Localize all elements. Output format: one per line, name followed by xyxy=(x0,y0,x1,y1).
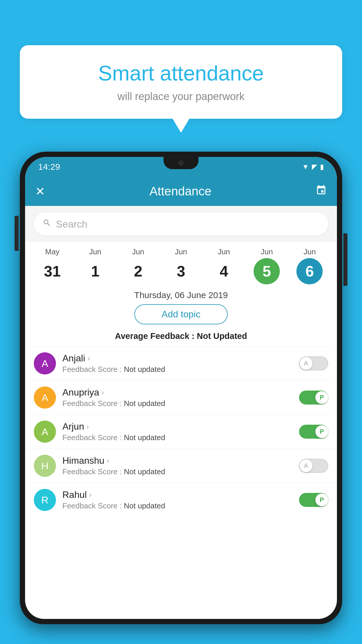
student-feedback: Feedback Score : Not updated xyxy=(62,365,293,374)
calendar-icon[interactable] xyxy=(316,185,327,198)
date-number: 2 xyxy=(125,258,151,284)
avatar: A xyxy=(34,386,56,409)
chevron-right-icon: › xyxy=(101,388,104,397)
student-feedback: Feedback Score : Not updated xyxy=(62,399,293,408)
date-month: Jun xyxy=(89,247,101,256)
date-month: Jun xyxy=(132,247,144,256)
feedback-value: Not updated xyxy=(124,501,165,510)
student-name: Anjali › xyxy=(62,353,293,364)
student-info: Himanshu ›Feedback Score : Not updated xyxy=(62,455,293,476)
student-item-4[interactable]: RRahul ›Feedback Score : Not updatedP xyxy=(25,483,337,517)
student-name: Himanshu › xyxy=(62,455,293,466)
phone-outer: 14:29 ▼ ◤ ▮ ✕ Attendance xyxy=(20,152,342,624)
date-number: 4 xyxy=(211,258,237,284)
date-cell-1[interactable]: Jun1 xyxy=(78,247,113,284)
wifi-icon: ▼ xyxy=(302,163,309,171)
attendance-toggle[interactable]: A xyxy=(299,356,328,370)
date-cell-5[interactable]: Jun5 xyxy=(249,247,284,284)
student-item-0[interactable]: AAnjali ›Feedback Score : Not updatedA xyxy=(25,346,337,380)
feedback-value: Not updated xyxy=(124,433,165,442)
date-cell-2[interactable]: Jun2 xyxy=(121,247,156,284)
notch-camera xyxy=(178,160,184,166)
attendance-toggle[interactable]: P xyxy=(299,493,328,507)
student-item-3[interactable]: HHimanshu ›Feedback Score : Not updatedA xyxy=(25,449,337,483)
student-info: Anjali ›Feedback Score : Not updated xyxy=(62,353,293,374)
search-placeholder: Search xyxy=(56,218,87,230)
date-cell-4[interactable]: Jun4 xyxy=(206,247,241,284)
student-name: Anupriya › xyxy=(62,387,293,398)
date-month: Jun xyxy=(261,247,273,256)
student-name: Rahul › xyxy=(62,489,293,500)
date-number: 5 xyxy=(254,258,280,284)
student-info: Rahul ›Feedback Score : Not updated xyxy=(62,489,293,510)
header-title: Attendance xyxy=(150,184,212,198)
date-month: Jun xyxy=(218,247,230,256)
close-button[interactable]: ✕ xyxy=(35,185,45,198)
bubble-title: Smart attendance xyxy=(37,61,325,85)
avg-feedback: Average Feedback : Not Updated xyxy=(25,330,337,346)
notch xyxy=(164,157,198,169)
chevron-right-icon: › xyxy=(87,354,90,363)
signal-icon: ◤ xyxy=(312,163,317,171)
feedback-value: Not updated xyxy=(124,399,165,408)
student-info: Anupriya ›Feedback Score : Not updated xyxy=(62,387,293,408)
student-feedback: Feedback Score : Not updated xyxy=(62,467,293,476)
student-item-1[interactable]: AAnupriya ›Feedback Score : Not updatedP xyxy=(25,380,337,414)
student-list: AAnjali ›Feedback Score : Not updatedAAA… xyxy=(25,346,337,517)
avatar: H xyxy=(34,455,56,477)
phone-screen: 14:29 ▼ ◤ ▮ ✕ Attendance xyxy=(25,157,337,619)
student-info: Arjun ›Feedback Score : Not updated xyxy=(62,421,293,442)
chevron-right-icon: › xyxy=(107,457,109,465)
battery-icon: ▮ xyxy=(320,163,324,171)
chevron-right-icon: › xyxy=(89,491,92,499)
add-topic-button[interactable]: Add topic xyxy=(134,304,228,324)
student-feedback: Feedback Score : Not updated xyxy=(62,501,293,510)
status-time: 14:29 xyxy=(38,162,60,172)
search-container: Search xyxy=(25,206,337,242)
date-number: 31 xyxy=(39,258,66,284)
avatar: A xyxy=(34,421,56,443)
date-number: 3 xyxy=(168,258,194,284)
date-month: May xyxy=(45,247,59,256)
avatar: R xyxy=(34,489,56,511)
date-month: Jun xyxy=(175,247,187,256)
search-bar[interactable]: Search xyxy=(34,212,328,236)
search-icon xyxy=(43,218,51,230)
speech-bubble: Smart attendance will replace your paper… xyxy=(20,45,342,119)
selected-date-label: Thursday, 06 June 2019 xyxy=(25,287,337,304)
date-cell-3[interactable]: Jun3 xyxy=(164,247,198,284)
attendance-toggle[interactable]: A xyxy=(299,459,328,473)
app-header: ✕ Attendance xyxy=(25,177,337,206)
date-month: Jun xyxy=(303,247,316,256)
attendance-toggle[interactable]: P xyxy=(299,425,328,439)
content-area: Search May31Jun1Jun2Jun3Jun4Jun5Jun6 Thu… xyxy=(25,206,337,517)
date-cell-0[interactable]: May31 xyxy=(35,247,70,284)
date-number: 1 xyxy=(82,258,108,284)
feedback-value: Not updated xyxy=(124,467,165,476)
status-icons: ▼ ◤ ▮ xyxy=(302,163,324,171)
feedback-value: Not updated xyxy=(124,365,165,374)
speech-bubble-container: Smart attendance will replace your paper… xyxy=(20,45,342,119)
date-row: May31Jun1Jun2Jun3Jun4Jun5Jun6 xyxy=(25,242,337,287)
avatar: A xyxy=(34,352,56,374)
avg-feedback-value: Not Updated xyxy=(197,331,247,341)
date-number: 6 xyxy=(296,258,323,284)
student-item-2[interactable]: AArjun ›Feedback Score : Not updatedP xyxy=(25,414,337,449)
bubble-subtitle: will replace your paperwork xyxy=(37,90,325,103)
attendance-toggle[interactable]: P xyxy=(299,391,328,405)
date-cell-6[interactable]: Jun6 xyxy=(292,247,327,284)
phone-container: 14:29 ▼ ◤ ▮ ✕ Attendance xyxy=(20,152,342,644)
student-feedback: Feedback Score : Not updated xyxy=(62,433,293,442)
avg-feedback-label: Average Feedback : xyxy=(115,331,194,341)
chevron-right-icon: › xyxy=(87,423,89,431)
student-name: Arjun › xyxy=(62,421,293,432)
